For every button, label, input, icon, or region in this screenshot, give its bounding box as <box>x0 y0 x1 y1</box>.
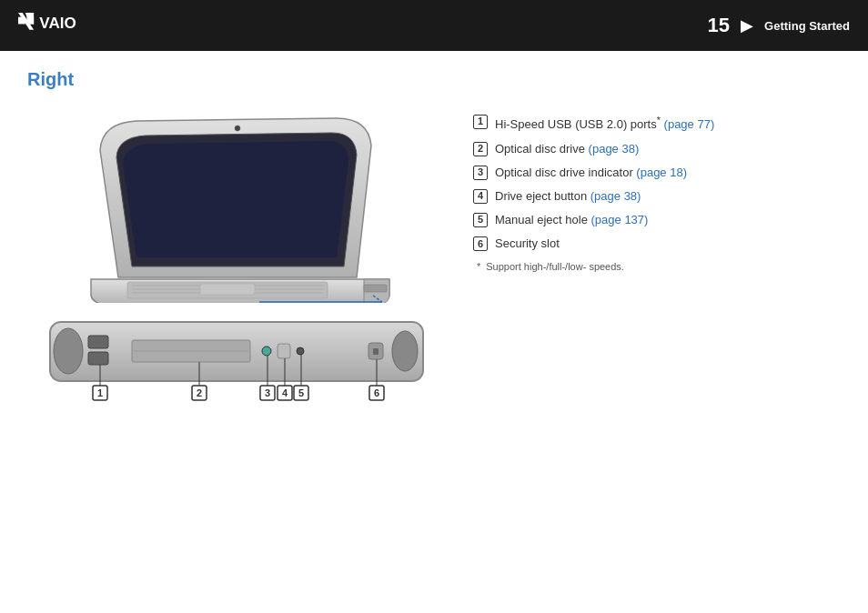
section-label: Getting Started <box>764 19 850 33</box>
item-text-1: Hi-Speed USB (USB 2.0) ports* (page 77) <box>495 114 714 134</box>
svg-rect-16 <box>88 336 108 348</box>
item-text-6: Security slot <box>495 236 560 252</box>
content-area: 1 2 3 4 5 <box>27 105 841 417</box>
section-title: Right <box>27 69 841 90</box>
item-number-1: 1 <box>473 115 488 129</box>
list-item: 5 Manual eject hole (page 137) <box>473 212 841 228</box>
svg-point-5 <box>235 126 240 131</box>
main-content: Right <box>0 51 868 435</box>
footnote-text: Support high-/full-/low- speeds. <box>486 261 624 272</box>
svg-rect-11 <box>364 285 387 292</box>
list-item: 2 Optical disc drive (page 38) <box>473 141 841 157</box>
item-text-2: Optical disc drive (page 38) <box>495 141 639 157</box>
list-item: 3 Optical disc drive indicator (page 18) <box>473 165 841 181</box>
svg-text:1: 1 <box>97 387 103 398</box>
item-number-5: 5 <box>473 213 488 227</box>
left-column: 1 2 3 4 5 <box>27 105 446 417</box>
svg-point-20 <box>262 347 271 356</box>
svg-text:4: 4 <box>282 387 288 398</box>
footnote-marker: * <box>477 261 480 272</box>
item-number-4: 4 <box>473 189 488 204</box>
svg-point-15 <box>54 328 83 374</box>
item-text-5: Manual eject hole (page 137) <box>495 212 648 228</box>
side-panel-illustration: 1 2 3 4 5 <box>41 308 432 417</box>
svg-point-25 <box>392 331 418 371</box>
header-right: 15 ▶ Getting Started <box>708 14 850 37</box>
svg-rect-21 <box>278 344 290 358</box>
svg-point-22 <box>297 347 304 355</box>
arrow-icon: ▶ <box>741 15 753 35</box>
vaio-logo: VAIO <box>18 13 103 38</box>
header: VAIO 15 ▶ Getting Started <box>0 0 868 51</box>
svg-text:3: 3 <box>265 387 270 398</box>
item-text-3: Optical disc drive indicator (page 18) <box>495 165 687 181</box>
item-number-2: 2 <box>473 142 488 156</box>
item-link-5[interactable]: (page 137) <box>591 213 649 226</box>
item-number-6: 6 <box>473 236 488 251</box>
svg-rect-10 <box>200 284 255 295</box>
item-link-4[interactable]: (page 38) <box>590 189 641 203</box>
list-item: 1 Hi-Speed USB (USB 2.0) ports* (page 77… <box>473 114 841 134</box>
item-link-3[interactable]: (page 18) <box>636 166 687 179</box>
item-number-3: 3 <box>473 166 488 180</box>
page-number: 15 <box>708 14 730 37</box>
svg-rect-17 <box>88 352 108 365</box>
list-item: 4 Drive eject button (page 38) <box>473 188 841 205</box>
item-link-2[interactable]: (page 38) <box>589 142 640 156</box>
description-list: 1 Hi-Speed USB (USB 2.0) ports* (page 77… <box>473 114 841 252</box>
svg-text:6: 6 <box>374 387 379 398</box>
footnote: * Support high-/full-/low- speeds. <box>473 261 841 272</box>
svg-text:2: 2 <box>197 387 202 398</box>
svg-rect-24 <box>373 348 378 355</box>
svg-text:VAIO: VAIO <box>39 15 76 32</box>
right-column: 1 Hi-Speed USB (USB 2.0) ports* (page 77… <box>473 105 841 272</box>
svg-text:5: 5 <box>298 387 304 398</box>
item-text-4: Drive eject button (page 38) <box>495 188 641 205</box>
list-item: 6 Security slot <box>473 236 841 252</box>
laptop-illustration <box>64 105 409 305</box>
item-link-1[interactable]: (page 77) <box>664 117 715 131</box>
